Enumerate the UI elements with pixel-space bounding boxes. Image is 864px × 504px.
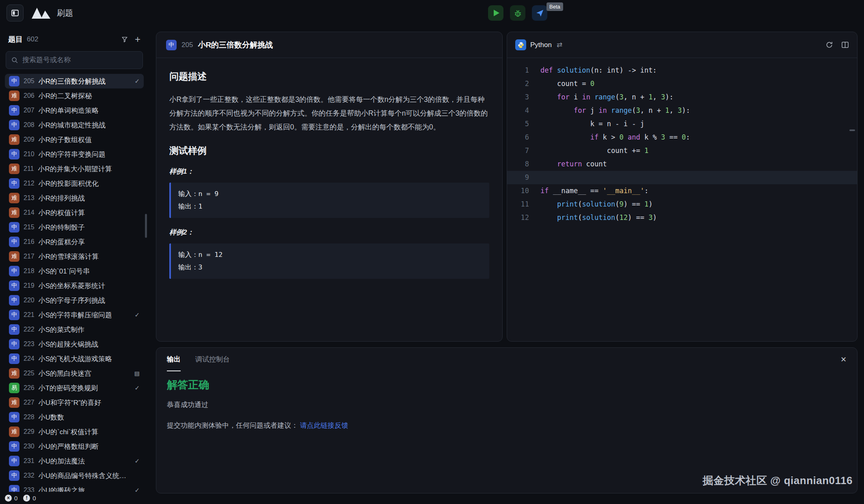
code-area[interactable]: 1def solution(n: int) -> int:2 count = 0… bbox=[507, 58, 857, 224]
check-icon: ✓ bbox=[134, 311, 140, 319]
split-view-icon bbox=[841, 41, 849, 49]
problem-list-item[interactable]: 中218小S的`01`问号串 bbox=[5, 264, 144, 278]
problem-list-item[interactable]: 难217小R的雪球滚落计算 bbox=[5, 249, 144, 264]
problem-title: 小S的字母子序列挑战 bbox=[39, 296, 140, 305]
code-text: print(solution(12) == 3) bbox=[540, 211, 857, 224]
code-line[interactable]: 1def solution(n: int) -> int: bbox=[507, 64, 857, 77]
console-tab-debug[interactable]: 调试控制台 bbox=[195, 348, 230, 371]
problem-list-item[interactable]: 难227小U和字符“R”的喜好 bbox=[5, 395, 144, 410]
difficulty-badge: 中 bbox=[9, 310, 19, 320]
console-tab-output[interactable]: 输出 bbox=[167, 348, 181, 371]
run-button[interactable] bbox=[488, 5, 503, 21]
problem-list-item[interactable]: 难213小R的排列挑战 bbox=[5, 191, 144, 205]
problem-list-item[interactable]: 中224小S的飞机大战游戏策略 bbox=[5, 351, 144, 366]
check-icon: ✓ bbox=[134, 487, 140, 492]
difficulty-badge: 中 bbox=[9, 412, 19, 422]
problem-list-item[interactable]: 中215小R的特制骰子 bbox=[5, 220, 144, 235]
problem-list-item[interactable]: 中208小R的城市稳定性挑战 bbox=[5, 118, 144, 132]
problem-count: 602 bbox=[27, 35, 38, 43]
problem-list-item[interactable]: 中205小R的三倍数分解挑战✓ bbox=[5, 74, 144, 88]
problem-list-item[interactable]: 难206小R的二叉树探秘 bbox=[5, 88, 144, 103]
errors-status[interactable]: × 0 bbox=[5, 495, 17, 502]
code-text: for i in range(3, n + 1, 3): bbox=[540, 90, 857, 104]
search-input[interactable] bbox=[22, 56, 138, 64]
problem-list: 中205小R的三倍数分解挑战✓难206小R的二叉树探秘中207小R的单词构造策略… bbox=[5, 74, 144, 492]
problem-list-item[interactable]: 中230小U的严格数组判断 bbox=[5, 439, 144, 454]
problem-list-item[interactable]: 中210小R的字符串变换问题 bbox=[5, 147, 144, 162]
language-switch-button[interactable]: ⇄ bbox=[557, 41, 562, 49]
search-box[interactable] bbox=[6, 51, 143, 69]
example-block: 输入：n = 12输出：3 bbox=[169, 243, 489, 279]
warnings-status[interactable]: ! 0 bbox=[23, 495, 36, 502]
difficulty-badge: 难 bbox=[9, 251, 19, 262]
problem-list-item[interactable]: 中233小U的搬砖之旅✓ bbox=[5, 483, 144, 492]
sidebar-scrollbar[interactable] bbox=[145, 214, 147, 238]
code-line[interactable]: 6 if k > 0 and k % 3 == 0: bbox=[507, 131, 857, 144]
problem-title: 小R的并集大小期望计算 bbox=[38, 164, 140, 174]
code-line[interactable]: 11 print(solution(9) == 1) bbox=[507, 198, 857, 211]
errors-count: 0 bbox=[14, 495, 17, 502]
debug-button[interactable] bbox=[510, 5, 525, 21]
problem-title: 小T的密码变换规则 bbox=[39, 383, 131, 393]
problem-list-item[interactable]: 中220小S的字母子序列挑战 bbox=[5, 293, 144, 308]
problem-list-item[interactable]: 中219小S的坐标系菱形统计 bbox=[5, 278, 144, 293]
check-icon: ✓ bbox=[134, 457, 140, 465]
filter-button[interactable] bbox=[121, 36, 128, 43]
problem-title: 小U的搬砖之旅 bbox=[39, 486, 131, 492]
close-console-button[interactable]: ✕ bbox=[840, 355, 847, 364]
problem-title: 小R的字符串变换问题 bbox=[39, 150, 140, 159]
code-text: print(solution(9) == 1) bbox=[540, 198, 857, 211]
sidebar-layout-icon bbox=[11, 9, 19, 17]
filter-icon bbox=[121, 36, 128, 43]
description-heading: 问题描述 bbox=[169, 70, 489, 83]
line-number: 5 bbox=[507, 117, 540, 131]
problem-list-item[interactable]: 中222小S的菜式制作 bbox=[5, 322, 144, 337]
submit-button[interactable] bbox=[532, 5, 547, 21]
problem-list-item[interactable]: 难229小U的`chi`权值计算 bbox=[5, 424, 144, 439]
problem-list-item[interactable]: 中212小R的投影面积优化 bbox=[5, 176, 144, 191]
problem-list-item[interactable]: 中216小R的蛋糕分享 bbox=[5, 235, 144, 249]
problem-title: 小R的雪球滚落计算 bbox=[39, 252, 140, 261]
feedback-link[interactable]: 请点此链接反馈 bbox=[300, 422, 348, 429]
problem-list-item[interactable]: 中207小R的单词构造策略 bbox=[5, 103, 144, 118]
problem-list-item[interactable]: 难225小S的黑白块迷宫▤ bbox=[5, 366, 144, 381]
problem-title: 小S的超辣火锅挑战 bbox=[39, 340, 140, 349]
sidebar-toggle-button[interactable] bbox=[6, 4, 24, 22]
example-label: 样例2： bbox=[169, 228, 489, 237]
code-line[interactable]: 2 count = 0 bbox=[507, 77, 857, 90]
layout-toggle-button[interactable] bbox=[841, 41, 849, 49]
problem-number: 208 bbox=[24, 121, 35, 129]
code-line[interactable]: 7 count += 1 bbox=[507, 144, 857, 157]
difficulty-badge: 难 bbox=[9, 134, 19, 145]
problem-list-item[interactable]: 中221小S的字符串解压缩问题✓ bbox=[5, 308, 144, 322]
reset-code-button[interactable] bbox=[825, 41, 833, 49]
problem-list-item[interactable]: 中232小U的商品编号特殊含义统… bbox=[5, 468, 144, 483]
problem-number: 220 bbox=[24, 297, 35, 304]
code-line[interactable]: 3 for i in range(3, n + 1, 3): bbox=[507, 90, 857, 104]
problem-number: 223 bbox=[24, 340, 35, 348]
problem-id: 205 bbox=[181, 41, 193, 49]
difficulty-badge: 中 bbox=[9, 295, 19, 306]
problem-number: 207 bbox=[24, 107, 35, 114]
code-line[interactable]: 10if __name__ == '__main__': bbox=[507, 184, 857, 198]
problem-list-item[interactable]: 易226小T的密码变换规则✓ bbox=[5, 381, 144, 395]
problem-number: 210 bbox=[24, 151, 35, 158]
problem-list-item[interactable]: 中223小S的超辣火锅挑战 bbox=[5, 337, 144, 351]
editor-panel: Python ⇄ 1def solution(n: int) -> int:2 … bbox=[507, 32, 858, 342]
problem-title: 小R的三倍数分解挑战 bbox=[198, 40, 273, 50]
code-line[interactable]: 4 for j in range(3, n + 1, 3): bbox=[507, 104, 857, 117]
problem-list-item[interactable]: 中231小U的加法魔法✓ bbox=[5, 454, 144, 468]
code-line[interactable]: 12 print(solution(12) == 3) bbox=[507, 211, 857, 224]
code-text: k = n - i - j bbox=[540, 117, 857, 131]
problem-list-item[interactable]: 难211小R的并集大小期望计算 bbox=[5, 162, 144, 176]
problem-list-item[interactable]: 难209小R的子数组权值 bbox=[5, 132, 144, 147]
code-line[interactable]: 5 k = n - i - j bbox=[507, 117, 857, 131]
result-subtitle: 恭喜成功通过 bbox=[167, 400, 847, 409]
problem-list-item[interactable]: 难214小R的权值计算 bbox=[5, 205, 144, 220]
problem-list-item[interactable]: 中228小U数数 bbox=[5, 410, 144, 424]
add-button[interactable]: + bbox=[135, 34, 140, 44]
code-line[interactable]: 9 bbox=[507, 171, 857, 184]
code-line[interactable]: 8 return count bbox=[507, 157, 857, 171]
line-number: 8 bbox=[507, 157, 540, 171]
problem-number: 231 bbox=[24, 457, 35, 465]
